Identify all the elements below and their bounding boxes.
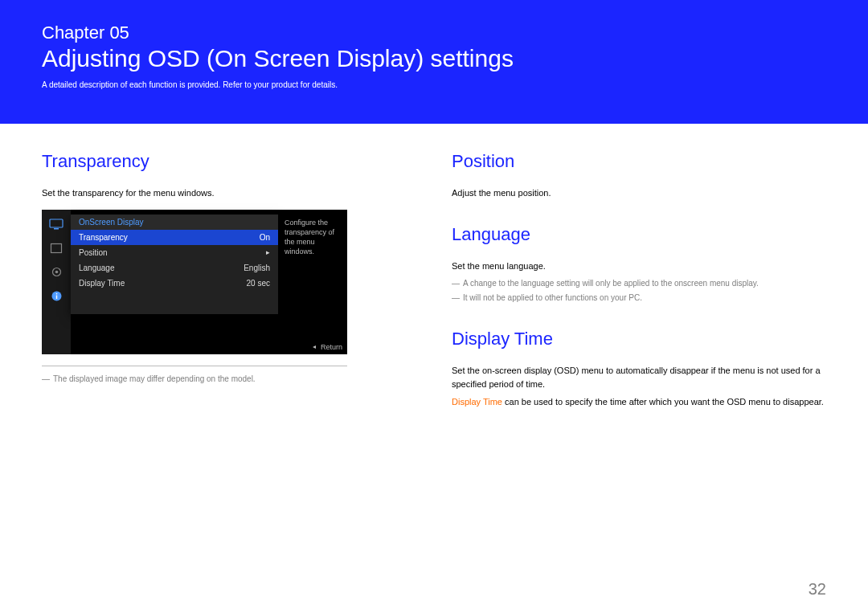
svg-rect-1 <box>54 228 59 230</box>
transparency-description: Set the transparency for the menu window… <box>42 186 403 200</box>
chapter-title: Adjusting OSD (On Screen Display) settin… <box>42 45 826 72</box>
display-time-highlight: Display Time <box>452 397 502 407</box>
osd-row-language[interactable]: Language English <box>71 260 278 276</box>
language-note-1: A change to the language setting will on… <box>452 277 826 290</box>
svg-rect-7 <box>55 293 56 294</box>
osd-row-transparency[interactable]: Transparency On <box>71 230 278 245</box>
osd-footer: ◂ Return <box>313 343 342 351</box>
svg-rect-2 <box>51 243 62 252</box>
chevron-right-icon: ▸ <box>266 248 270 256</box>
display-time-description-1: Set the on-screen display (OSD) menu to … <box>452 364 826 390</box>
position-description: Adjust the menu position. <box>452 186 826 200</box>
language-description: Set the menu language. <box>452 260 826 273</box>
chapter-subtitle: A detailed description of each function … <box>42 80 826 89</box>
osd-row-position[interactable]: Position ▸ <box>71 245 278 260</box>
frame-icon <box>48 242 64 255</box>
osd-tooltip: Configure the transparency of the menu w… <box>281 215 341 260</box>
chapter-label: Chapter 05 <box>42 22 826 43</box>
divider <box>42 366 347 366</box>
osd-screenshot: OnScreen Display Transparency On Positio… <box>42 210 347 354</box>
page-content: Transparency Set the transparency for th… <box>0 124 868 414</box>
osd-panel-header: OnScreen Display <box>71 215 278 230</box>
section-title-display-time: Display Time <box>452 329 826 349</box>
section-title-transparency: Transparency <box>42 151 403 172</box>
osd-row-label: Transparency <box>79 233 128 242</box>
osd-sidebar <box>42 210 71 354</box>
svg-rect-0 <box>50 219 63 227</box>
monitor-icon <box>48 218 64 231</box>
image-disclaimer: The displayed image may differ depending… <box>42 373 403 386</box>
page-number: 32 <box>809 580 826 599</box>
svg-rect-6 <box>55 296 56 300</box>
section-title-language: Language <box>452 224 826 245</box>
osd-return-label[interactable]: Return <box>321 343 342 351</box>
display-time-description-2: Display Time can be used to specify the … <box>452 395 826 409</box>
osd-panel: OnScreen Display Transparency On Positio… <box>71 215 278 314</box>
osd-row-label: Display Time <box>79 279 125 288</box>
chapter-banner: Chapter 05 Adjusting OSD (On Screen Disp… <box>0 0 868 124</box>
osd-row-value: 20 sec <box>247 279 270 288</box>
osd-row-value: On <box>260 233 270 242</box>
right-column: Position Adjust the menu position. Langu… <box>452 151 826 414</box>
osd-row-value: English <box>244 264 270 272</box>
triangle-left-icon: ◂ <box>313 343 316 350</box>
left-column: Transparency Set the transparency for th… <box>42 151 403 414</box>
osd-row-label: Language <box>79 264 115 272</box>
language-note-2: It will not be applied to other function… <box>452 292 826 304</box>
osd-row-label: Position <box>79 248 108 257</box>
section-title-position: Position <box>452 151 826 172</box>
gear-icon <box>48 266 64 279</box>
osd-row-display-time[interactable]: Display Time 20 sec <box>71 276 278 291</box>
svg-point-4 <box>55 271 58 274</box>
info-icon <box>48 290 64 303</box>
display-time-tail: can be used to specify the time after wh… <box>502 397 824 407</box>
